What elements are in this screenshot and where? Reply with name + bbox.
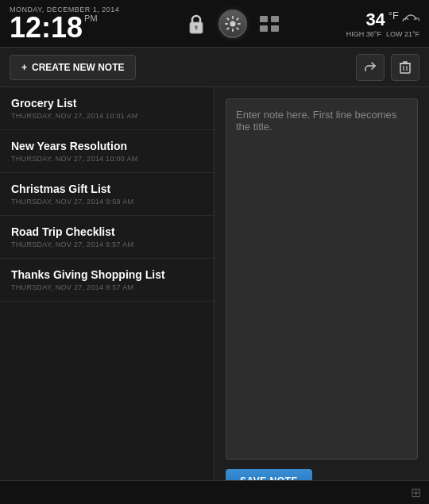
status-bar: MONDAY, DECEMBER 1, 2014 12:18PM xyxy=(0,0,429,48)
svg-rect-7 xyxy=(271,25,279,32)
temp-unit: °F xyxy=(388,10,399,21)
gear-icon[interactable] xyxy=(218,10,247,38)
bottom-grid-icon: ⊞ xyxy=(411,485,421,500)
note-date: THURSDAY, NOV 27, 2014 10:01 AM xyxy=(11,112,203,120)
ampm-label: PM xyxy=(84,13,98,23)
share-button[interactable] xyxy=(356,54,385,81)
note-item[interactable]: Christmas Gift ListTHURSDAY, NOV 27, 201… xyxy=(0,173,214,216)
note-date: THURSDAY, NOV 27, 2014 9:59 AM xyxy=(11,198,203,206)
svg-rect-6 xyxy=(260,25,268,32)
note-title: Road Trip Checklist xyxy=(11,225,203,238)
note-editor: SAVE NOTE xyxy=(214,87,429,504)
create-new-note-button[interactable]: + CREATE NEW NOTE xyxy=(10,55,136,80)
note-date: THURSDAY, NOV 27, 2014 9:57 AM xyxy=(11,240,203,248)
weather-section: 34 °F HIGH 36°F LOW 21°F xyxy=(346,10,419,38)
svg-rect-2 xyxy=(195,27,197,30)
center-icons xyxy=(182,10,284,38)
note-item[interactable]: Road Trip ChecklistTHURSDAY, NOV 27, 201… xyxy=(0,216,214,259)
delete-button[interactable] xyxy=(391,54,419,81)
temp-high: HIGH 36°F xyxy=(346,30,381,38)
note-date: THURSDAY, NOV 27, 2014 10:00 AM xyxy=(11,155,203,163)
toolbar: + CREATE NEW NOTE xyxy=(0,48,429,87)
note-item[interactable]: New Years ResolutionTHURSDAY, NOV 27, 20… xyxy=(0,130,214,173)
notes-list: Grocery ListTHURSDAY, NOV 27, 2014 10:01… xyxy=(0,87,214,504)
temp-low: LOW 21°F xyxy=(386,30,419,38)
svg-rect-5 xyxy=(271,16,279,22)
create-label: CREATE NEW NOTE xyxy=(32,62,124,73)
toolbar-right xyxy=(356,54,419,81)
note-item[interactable]: Grocery ListTHURSDAY, NOV 27, 2014 10:01… xyxy=(0,87,214,130)
note-textarea[interactable] xyxy=(226,98,418,460)
note-title: New Years Resolution xyxy=(11,140,203,152)
note-date: THURSDAY, NOV 27, 2014 9:57 AM xyxy=(11,283,203,291)
time-section: MONDAY, DECEMBER 1, 2014 12:18PM xyxy=(10,6,119,42)
note-title: Thanks Giving Shopping List xyxy=(11,268,203,281)
svg-rect-8 xyxy=(400,63,410,73)
temperature: 34 xyxy=(365,10,385,30)
lock-icon[interactable] xyxy=(182,10,211,38)
note-title: Grocery List xyxy=(11,97,203,110)
bottom-bar: ⊞ xyxy=(0,480,429,504)
svg-rect-4 xyxy=(260,16,268,22)
svg-point-3 xyxy=(230,21,236,26)
main-content: Grocery ListTHURSDAY, NOV 27, 2014 10:01… xyxy=(0,87,429,504)
note-item[interactable]: Thanks Giving Shopping ListTHURSDAY, NOV… xyxy=(0,259,214,302)
note-title: Christmas Gift List xyxy=(11,183,203,195)
create-icon: + xyxy=(21,62,27,73)
time-display: 12:18 xyxy=(10,11,83,44)
grid-icon[interactable] xyxy=(255,10,284,38)
